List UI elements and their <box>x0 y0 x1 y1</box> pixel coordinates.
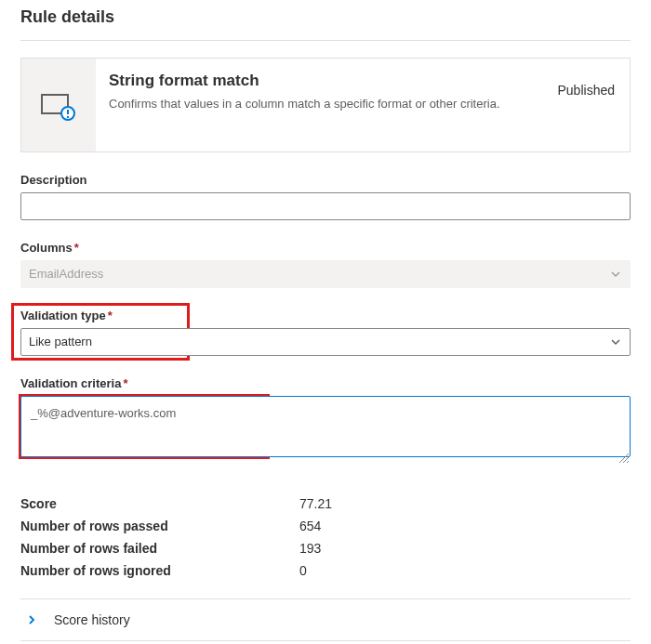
validation-type-select[interactable]: Like pattern <box>20 328 631 356</box>
description-label: Description <box>20 173 631 187</box>
stat-label: Number of rows ignored <box>20 563 299 578</box>
columns-label: Columns* <box>20 241 631 255</box>
rule-type-icon <box>21 59 96 151</box>
stat-row-passed: Number of rows passed 654 <box>20 515 631 537</box>
columns-select[interactable]: EmailAddress <box>20 260 631 288</box>
stat-label: Number of rows passed <box>20 519 299 533</box>
stats-section: Score 77.21 Number of rows passed 654 Nu… <box>20 493 631 599</box>
svg-line-5 <box>623 457 629 463</box>
stat-value: 193 <box>299 541 321 556</box>
score-history-label: Score history <box>54 612 130 627</box>
rule-summary-card: String format match Confirms that values… <box>20 58 631 152</box>
score-history-toggle[interactable]: Score history <box>20 599 631 641</box>
validation-criteria-label: Validation criteria* <box>20 376 631 390</box>
stat-value: 654 <box>299 519 321 533</box>
chevron-right-icon <box>26 614 37 625</box>
page-title: Rule details <box>20 0 631 41</box>
description-input[interactable] <box>20 192 631 220</box>
stat-label: Number of rows failed <box>20 541 299 556</box>
svg-line-6 <box>627 461 629 463</box>
rule-title: String format match <box>109 72 543 90</box>
rule-description: Confirms that values in a column match a… <box>109 96 543 112</box>
stat-row-ignored: Number of rows ignored 0 <box>20 559 631 582</box>
validation-criteria-input[interactable]: _%@adventure-works.com <box>20 396 631 457</box>
stat-value: 0 <box>299 563 307 578</box>
stat-row-score: Score 77.21 <box>20 493 631 515</box>
stat-label: Score <box>20 496 299 511</box>
rule-status: Published <box>558 72 616 98</box>
stat-row-failed: Number of rows failed 193 <box>20 537 631 559</box>
validation-type-label: Validation type* <box>20 309 631 322</box>
svg-point-3 <box>67 116 69 118</box>
stat-value: 77.21 <box>299 496 332 511</box>
